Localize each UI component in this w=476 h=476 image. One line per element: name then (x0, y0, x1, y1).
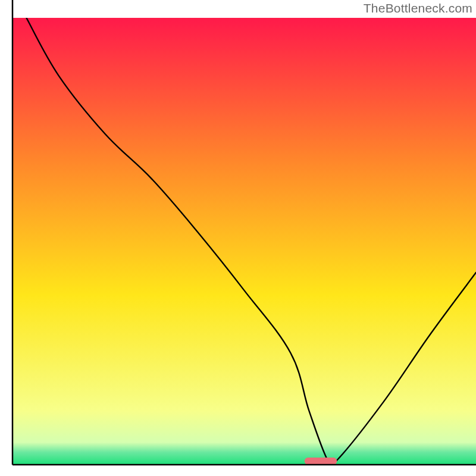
gradient-background (12, 18, 476, 465)
chart-container: { "watermark": "TheBottleneck.com", "col… (0, 0, 476, 476)
optimal-marker (305, 458, 337, 465)
bottleneck-plot (0, 0, 476, 476)
watermark-text: TheBottleneck.com (364, 1, 472, 15)
